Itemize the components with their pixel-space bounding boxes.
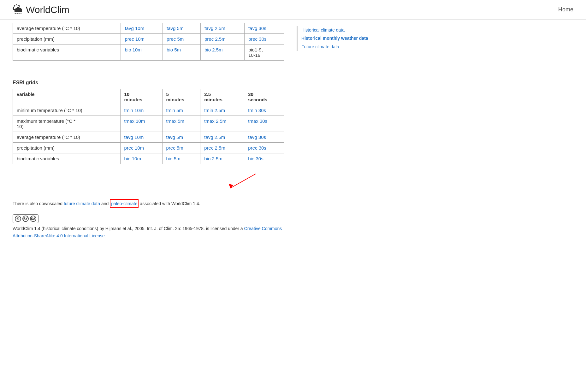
link-cell: prec 5m <box>162 143 200 153</box>
svg-line-0 <box>230 174 256 188</box>
link-cell: bio 2.5m <box>200 153 244 164</box>
prec-5m-link[interactable]: prec 5m <box>166 145 183 151</box>
sa-icon: SA <box>30 216 36 222</box>
tavg-30s-top-link[interactable]: tavg 30s <box>248 26 266 31</box>
prec-10m-top-link[interactable]: prec 10m <box>125 36 145 42</box>
future-climate-data-link[interactable]: future climate data <box>64 201 100 206</box>
license-section: © BY SA WorldClim 1.4 (historical climat… <box>13 214 284 255</box>
variable-cell: average temperature (°C * 10) <box>13 23 121 34</box>
th-25min: 2.5minutes <box>200 89 244 105</box>
table-row: minimum temperature (°C * 10) tmin 10m t… <box>13 105 284 116</box>
table-row: average temperature (°C * 10) tavg 10m t… <box>13 23 284 34</box>
variable-cell: bioclimatic variables <box>13 45 121 61</box>
link-cell: tmax 2.5m <box>200 116 244 132</box>
tavg-5m-top-link[interactable]: tavg 5m <box>167 26 183 31</box>
sidebar-nav: Historical climate data Historical month… <box>297 26 379 51</box>
tavg-5m-link[interactable]: tavg 5m <box>166 134 183 140</box>
variable-cell: precipitation (mm) <box>13 34 121 45</box>
bio-10m-link[interactable]: bio 10m <box>124 156 141 161</box>
bio-25m-top-link[interactable]: bio 2.5m <box>204 47 223 52</box>
tmin-25m-link[interactable]: tmin 2.5m <box>204 108 225 113</box>
prec-30s-top-link[interactable]: prec 30s <box>248 36 267 42</box>
table-row: maximum temperature (°C *10) tmax 10m tm… <box>13 116 284 132</box>
tmax-5m-link[interactable]: tmax 5m <box>166 118 185 124</box>
prec-25m-link[interactable]: prec 2.5m <box>204 145 225 151</box>
tmin-10m-link[interactable]: tmin 10m <box>124 108 144 113</box>
th-10min: 10minutes <box>120 89 162 105</box>
link-cell: prec 2.5m <box>201 34 245 45</box>
tavg-25m-top-link[interactable]: tavg 2.5m <box>204 26 225 31</box>
link-cell: tavg 10m <box>120 132 162 143</box>
bio-5m-top-link[interactable]: bio 5m <box>167 47 181 52</box>
tavg-30s-link[interactable]: tavg 30s <box>248 134 266 140</box>
bio-30s-link[interactable]: bio 30s <box>248 156 263 161</box>
variable-cell: bioclimatic variables <box>13 153 121 164</box>
bio-25m-link[interactable]: bio 2.5m <box>204 156 222 161</box>
bio-10m-top-link[interactable]: bio 10m <box>125 47 141 52</box>
bio-5m-link[interactable]: bio 5m <box>166 156 181 161</box>
footer-text-before-link1: There is also downscaled <box>13 201 64 206</box>
tavg-10m-link[interactable]: tavg 10m <box>124 134 144 140</box>
by-icon: BY <box>22 216 29 222</box>
paleo-climate-link[interactable]: paleo-climate <box>111 201 137 206</box>
top-partial-table: average temperature (°C * 10) tavg 10m t… <box>13 23 284 61</box>
link-cell: tmax 30s <box>244 116 284 132</box>
license-text-content: WorldClim 1.4 (historical climate condit… <box>13 226 244 231</box>
bioclimatic-range-cell: bio1-9,10-19 <box>244 45 284 61</box>
link-cell: tavg 30s <box>244 132 284 143</box>
esri-table: variable 10minutes 5minutes 2.5minutes 3… <box>13 89 284 164</box>
link-cell: tavg 30s <box>244 23 284 34</box>
tavg-10m-top-link[interactable]: tavg 10m <box>125 26 144 31</box>
tmin-5m-link[interactable]: tmin 5m <box>166 108 183 113</box>
link-cell: bio 10m <box>121 45 163 61</box>
sidebar-item-historical-monthly-weather[interactable]: Historical monthly weather data <box>301 34 379 42</box>
sidebar-item-historical-climate[interactable]: Historical climate data <box>301 26 379 34</box>
prec-5m-top-link[interactable]: prec 5m <box>167 36 184 42</box>
logo-area: 🌦 WorldClim <box>13 4 69 15</box>
variable-cell: minimum temperature (°C * 10) <box>13 105 121 116</box>
th-5min: 5minutes <box>162 89 200 105</box>
sidebar-item-future-climate[interactable]: Future climate data <box>301 43 379 51</box>
red-arrow-annotation <box>196 171 259 193</box>
link-cell: tmin 30s <box>244 105 284 116</box>
link-cell: tavg 2.5m <box>201 23 245 34</box>
link-cell: tmin 5m <box>162 105 200 116</box>
link-cell: tmax 5m <box>162 116 200 132</box>
link-cell: tavg 5m <box>162 132 200 143</box>
link-cell: bio 10m <box>120 153 162 164</box>
table-row: bioclimatic variables bio 10m bio 5m bio… <box>13 45 284 61</box>
link-cell: prec 10m <box>121 34 163 45</box>
link-cell: bio 5m <box>163 45 201 61</box>
link-cell: tmin 2.5m <box>200 105 244 116</box>
prec-25m-top-link[interactable]: prec 2.5m <box>204 36 226 42</box>
link-cell: tavg 2.5m <box>200 132 244 143</box>
table-row: average temperature (°C * 10) tavg 10m t… <box>13 132 284 143</box>
footer-paragraph: There is also downscaled future climate … <box>13 193 284 214</box>
variable-cell: precipitation (mm) <box>13 143 121 153</box>
prec-30s-link[interactable]: prec 30s <box>248 145 266 151</box>
page-layout: average temperature (°C * 10) tavg 10m t… <box>0 20 586 255</box>
link-cell: prec 30s <box>244 143 284 153</box>
link-cell: prec 10m <box>120 143 162 153</box>
footer-text-after: associated with WorldClim 1.4. <box>139 201 200 206</box>
tmax-30s-link[interactable]: tmax 30s <box>248 118 267 124</box>
tmax-10m-link[interactable]: tmax 10m <box>124 118 145 124</box>
th-30sec: 30seconds <box>244 89 284 105</box>
site-header: 🌦 WorldClim Home <box>0 0 586 20</box>
link-cell: tmax 10m <box>120 116 162 132</box>
weather-icon: 🌦 <box>13 4 23 15</box>
link-cell: bio 2.5m <box>201 45 245 61</box>
sidebar: Historical climate data Historical month… <box>297 20 379 255</box>
tmax-25m-link[interactable]: tmax 2.5m <box>204 118 226 124</box>
prec-10m-link[interactable]: prec 10m <box>124 145 144 151</box>
link-cell: prec 5m <box>163 34 201 45</box>
top-partial-table-wrapper: average temperature (°C * 10) tavg 10m t… <box>13 23 284 61</box>
link-cell: tavg 5m <box>163 23 201 34</box>
tavg-25m-link[interactable]: tavg 2.5m <box>204 134 225 140</box>
cc-icon: © <box>15 216 21 222</box>
main-content: average temperature (°C * 10) tavg 10m t… <box>13 20 284 255</box>
home-link[interactable]: Home <box>558 6 573 13</box>
tmin-30s-link[interactable]: tmin 30s <box>248 108 266 113</box>
table-row: bioclimatic variables bio 10m bio 5m bio… <box>13 153 284 164</box>
cc-badge: © BY SA <box>13 214 38 223</box>
